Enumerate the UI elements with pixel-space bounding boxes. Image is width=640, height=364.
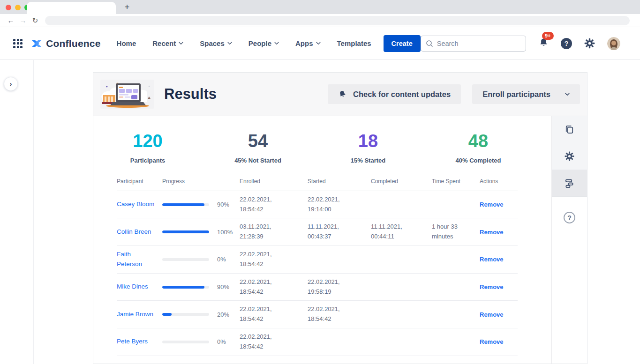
page-title: Results [164,86,217,103]
participant-link[interactable]: Casey Bloom [117,201,154,208]
progress-percent: 100% [217,229,233,236]
progress-bar [162,230,209,233]
remove-link[interactable]: Remove [480,311,504,318]
stat-label: Participants [104,157,192,164]
remove-link[interactable]: Remove [480,338,504,345]
enroll-participants-button[interactable]: Enroll participants [472,84,580,104]
started-date: 22.02.2021, 19:14:00 [308,195,371,215]
menu-item-people[interactable]: People [248,39,279,47]
progress-bar [162,258,209,261]
chevron-down-icon [316,42,321,45]
participant-link[interactable]: Collin Breen [117,228,151,235]
table-body: Casey Bloom 90% 22.02.2021, 18:54:42 22.… [117,191,518,356]
stat-label: 40% Completed [434,157,522,164]
address-bar[interactable] [45,16,630,25]
table-row: Jamie Brown 20% 22.02.2021, 18:54:42 22.… [117,301,518,328]
question-icon: ? [564,212,575,223]
progress-bar [162,341,209,343]
table-row: Pete Byers 0% 22.02.2021, 18:54:42 Remov… [117,328,518,356]
menu-item-templates[interactable]: Templates [337,39,371,47]
stat-started: 18 15% Started [324,132,412,164]
table-header: Participant Progress Enrolled Started Co… [117,178,518,191]
participant-link[interactable]: Pete Byers [117,338,148,345]
notifications-button[interactable]: 9+ [538,37,549,50]
help-button[interactable]: ? [561,38,572,49]
col-started: Started [308,178,371,185]
col-enrolled: Enrolled [240,178,308,185]
macro-sidebar: ? [551,116,587,364]
browser-tabstrip: + [0,0,640,14]
menu-item-spaces[interactable]: Spaces [200,39,232,47]
chevron-down-icon [565,93,570,96]
product-name: Confluence [46,38,100,49]
search-icon [426,40,433,47]
gear-icon [564,151,575,162]
progress-percent: 0% [217,256,226,263]
table-row: Casey Bloom 90% 22.02.2021, 18:54:42 22.… [117,191,518,219]
enrolled-date: 22.02.2021, 18:54:42 [240,250,308,269]
confluence-logo-icon [31,37,42,50]
menu-item-apps[interactable]: Apps [295,39,321,47]
progress-fill [162,286,204,289]
expand-sidebar-button[interactable]: › [4,77,18,91]
pages-tool-button[interactable] [552,116,587,143]
col-time-spent: Time Spent [432,178,480,185]
enrolled-date: 22.02.2021, 18:54:42 [240,305,308,324]
forward-icon[interactable]: → [17,16,29,24]
remove-link[interactable]: Remove [480,229,504,236]
stat-label: 15% Started [324,157,412,164]
progress-percent: 90% [217,283,229,290]
remove-link[interactable]: Remove [480,283,504,290]
enrolled-date: 03.11.2021, 21:28:39 [240,222,308,242]
remove-link[interactable]: Remove [480,256,504,263]
started-date: 22.02.2021, 18:54:42 [308,305,371,324]
participant-link[interactable]: Mike Dines [117,283,148,290]
enrolled-date: 22.02.2021, 18:54:42 [240,277,308,297]
participants-table: Participant Progress Enrolled Started Co… [117,178,518,356]
results-header: Results Check for content updates Enroll… [93,73,587,116]
enrolled-date: 22.02.2021, 18:54:42 [240,195,308,215]
chevron-down-icon [179,42,183,45]
progress-percent: 90% [217,201,229,208]
course-illustration [100,80,154,109]
menu-item-home[interactable]: Home [117,39,136,47]
page-content: › [0,60,640,364]
started-date: 22.02.2021, 19:58:19 [308,277,371,297]
new-tab-button[interactable]: + [121,1,133,13]
minimize-window-icon[interactable] [15,5,21,10]
participant-link[interactable]: Faith Peterson [117,251,142,267]
browser-tab[interactable] [27,2,116,14]
app-navbar: Confluence Home Recent Spaces People App… [0,27,640,60]
stats-row: 120 Participants 54 45% Not Started 18 1… [93,116,551,164]
create-button[interactable]: Create [384,35,421,52]
copy-icon [564,124,575,135]
main-menu: Home Recent Spaces People Apps Templates [117,39,371,47]
reload-icon[interactable]: ↻ [29,16,41,25]
progress-percent: 20% [217,311,229,318]
progress-bar [162,313,209,316]
time-spent: 1 hour 33 minutes [432,222,480,242]
stat-completed: 48 40% Completed [434,132,522,164]
close-window-icon[interactable] [6,5,11,10]
table-row: Faith Peterson 0% 22.02.2021, 18:54:42 R… [117,246,518,274]
user-avatar[interactable] [607,37,620,50]
participant-link[interactable]: Jamie Brown [117,311,153,318]
table-row: Mike Dines 90% 22.02.2021, 18:54:42 22.0… [117,274,518,301]
back-icon[interactable]: ← [5,16,17,24]
progress-fill [162,203,204,206]
remove-link[interactable]: Remove [480,201,504,208]
help-tool-button[interactable]: ? [552,204,587,231]
search-input[interactable] [421,36,526,52]
stat-value: 18 [324,132,412,151]
col-participant: Participant [117,178,162,185]
check-updates-button[interactable]: Check for content updates [328,84,461,104]
settings-tool-button[interactable] [552,143,587,170]
results-tool-button[interactable] [552,170,587,196]
menu-item-recent[interactable]: Recent [152,39,183,47]
progress-percent: 0% [217,338,226,345]
app-switcher-icon[interactable] [13,39,23,48]
settings-gear-icon[interactable] [584,37,595,49]
collapsed-sidebar [0,60,34,364]
stat-value: 48 [434,132,522,151]
stat-not-started: 54 45% Not Started [214,132,302,164]
